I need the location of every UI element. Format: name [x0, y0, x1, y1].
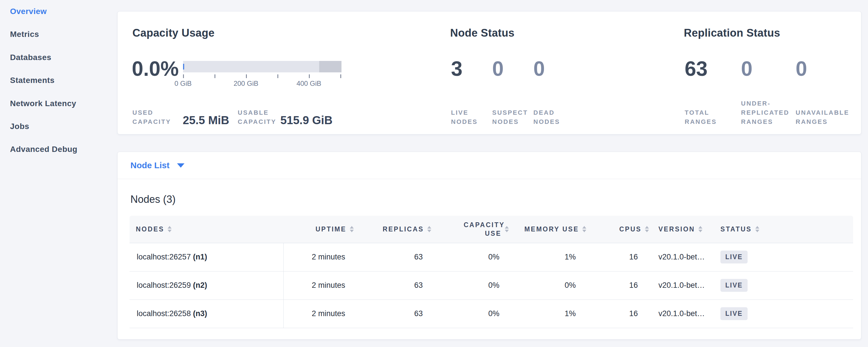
memory-use-cell: 0% — [510, 271, 588, 299]
status-cell: LIVE — [716, 243, 853, 271]
capacity-stats: USED CAPACITY 25.5 MiB USABLE CAPACITY 5… — [132, 103, 333, 126]
sidebar-item-statements[interactable]: Statements — [0, 69, 117, 92]
node-address-cell[interactable]: localhost:26258 (n3) — [129, 299, 283, 328]
node-address-cell[interactable]: localhost:26257 (n1) — [129, 243, 283, 271]
axis-tick — [277, 74, 278, 78]
sort-icon — [167, 226, 172, 232]
axis-tick — [215, 74, 215, 78]
sidebar-item-jobs[interactable]: Jobs — [0, 115, 117, 138]
dead-nodes-count: 0 — [533, 57, 575, 81]
usable-capacity-label: USABLE CAPACITY — [238, 108, 276, 126]
unavailable-ranges-count: 0 — [796, 57, 864, 81]
column-label: CAPACITY USE — [464, 221, 501, 238]
column-header-version[interactable]: VERSION — [650, 216, 716, 243]
usable-capacity-value: 515.9 GiB — [280, 114, 332, 126]
capacity-other-segment — [319, 61, 341, 72]
under-replicated-ranges-label: UNDER-REPLICATED RANGES — [741, 99, 794, 126]
capacity-used-percent: 0.0% — [132, 57, 179, 81]
axis-tick-label: 400 GiB — [297, 79, 321, 88]
axis-tick — [309, 74, 310, 78]
sort-icon — [582, 226, 586, 232]
replication-labels: TOTAL RANGES UNDER-REPLICATED RANGES UNA… — [685, 99, 864, 126]
dead-nodes-label: DEAD NODES — [533, 108, 568, 126]
column-label: MEMORY USE — [524, 225, 579, 233]
nodes-table: NODES UPTIME REPLICAS CAPACITY USE M — [129, 216, 853, 328]
node-id: (n2) — [193, 281, 207, 289]
capacity-usage-title: Capacity Usage — [132, 26, 215, 39]
table-row: localhost:26259 (n2) 2 minutes 63 0% 0% … — [129, 271, 853, 299]
status-cell: LIVE — [716, 271, 853, 299]
column-header-nodes[interactable]: NODES — [129, 216, 283, 243]
column-header-cpus[interactable]: CPUS — [588, 216, 650, 243]
uptime-cell: 2 minutes — [283, 299, 355, 328]
node-status-values: 3 0 0 — [451, 57, 575, 81]
live-nodes-count: 3 — [451, 57, 492, 81]
chevron-down-icon — [177, 163, 184, 168]
replicas-cell: 63 — [355, 243, 433, 271]
axis-tick-label: 200 GiB — [234, 79, 258, 88]
sidebar-item-metrics[interactable]: Metrics — [0, 23, 117, 46]
status-cell: LIVE — [716, 299, 853, 328]
replicas-cell: 63 — [355, 299, 433, 328]
version-cell: v20.1.0-bet… — [650, 243, 716, 271]
sort-icon — [505, 226, 509, 232]
axis-tick — [340, 74, 341, 78]
column-label: NODES — [136, 225, 164, 233]
node-address: localhost:26259 — [137, 281, 191, 289]
used-capacity-value: 25.5 MiB — [183, 114, 229, 126]
node-list-dropdown[interactable]: Node List — [118, 152, 861, 179]
sort-icon — [350, 226, 354, 232]
version-cell: v20.1.0-bet… — [650, 299, 716, 328]
replication-values: 63 0 0 — [685, 57, 864, 81]
sort-icon — [755, 226, 759, 232]
axis-tick-label: 0 GiB — [175, 79, 192, 88]
status-badge: LIVE — [720, 307, 748, 320]
total-ranges-label: TOTAL RANGES — [685, 108, 722, 126]
uptime-cell: 2 minutes — [283, 243, 355, 271]
cpus-cell: 16 — [588, 271, 650, 299]
table-row: localhost:26258 (n3) 2 minutes 63 0% 1% … — [129, 299, 853, 328]
axis-tick — [183, 74, 184, 78]
sidebar: Overview Metrics Databases Statements Ne… — [0, 0, 117, 347]
column-label: REPLICAS — [383, 225, 424, 233]
replication-status-title: Replication Status — [684, 26, 780, 39]
uptime-cell: 2 minutes — [283, 271, 355, 299]
sort-icon — [699, 226, 703, 232]
suspect-nodes-label: SUSPECT NODES — [492, 108, 529, 126]
cpus-cell: 16 — [588, 243, 650, 271]
column-header-replicas[interactable]: REPLICAS — [355, 216, 433, 243]
suspect-nodes-count: 0 — [492, 57, 533, 81]
cpus-cell: 16 — [588, 299, 650, 328]
column-label: VERSION — [658, 225, 695, 233]
capacity-usage-bar: 0 GiB 200 GiB 400 GiB — [183, 61, 341, 72]
axis-tick — [246, 74, 247, 78]
unavailable-ranges-label: UNAVAILABLE RANGES — [796, 108, 864, 126]
capacity-use-cell: 0% — [433, 271, 510, 299]
capacity-used-marker — [183, 64, 184, 69]
status-badge: LIVE — [720, 251, 748, 263]
replicas-cell: 63 — [355, 271, 433, 299]
under-replicated-ranges-count: 0 — [741, 57, 796, 81]
column-header-memory-use[interactable]: MEMORY USE — [510, 216, 588, 243]
status-badge: LIVE — [720, 279, 748, 292]
sidebar-item-databases[interactable]: Databases — [0, 46, 117, 69]
nodes-section-title: Nodes (3) — [130, 193, 176, 206]
memory-use-cell: 1% — [510, 299, 588, 328]
column-header-status[interactable]: STATUS — [716, 216, 853, 243]
capacity-use-cell: 0% — [433, 243, 510, 271]
column-header-uptime[interactable]: UPTIME — [283, 216, 355, 243]
node-address-cell[interactable]: localhost:26259 (n2) — [129, 271, 283, 299]
node-address: localhost:26257 — [137, 253, 191, 261]
sidebar-item-network-latency[interactable]: Network Latency — [0, 92, 117, 115]
node-id: (n1) — [193, 253, 207, 261]
column-label: STATUS — [720, 225, 752, 233]
sidebar-item-overview[interactable]: Overview — [0, 0, 117, 23]
table-header-row: NODES UPTIME REPLICAS CAPACITY USE M — [129, 216, 853, 243]
table-row: localhost:26257 (n1) 2 minutes 63 0% 1% … — [129, 243, 853, 271]
sidebar-item-advanced-debug[interactable]: Advanced Debug — [0, 138, 117, 161]
node-status-labels: LIVE NODES SUSPECT NODES DEAD NODES — [451, 99, 575, 126]
sort-icon — [645, 226, 649, 232]
column-header-capacity-use[interactable]: CAPACITY USE — [433, 216, 510, 243]
cluster-summary-card: Capacity Usage 0.0% 0 GiB 200 GiB 400 Gi… — [117, 11, 861, 134]
total-ranges-count: 63 — [685, 57, 741, 81]
